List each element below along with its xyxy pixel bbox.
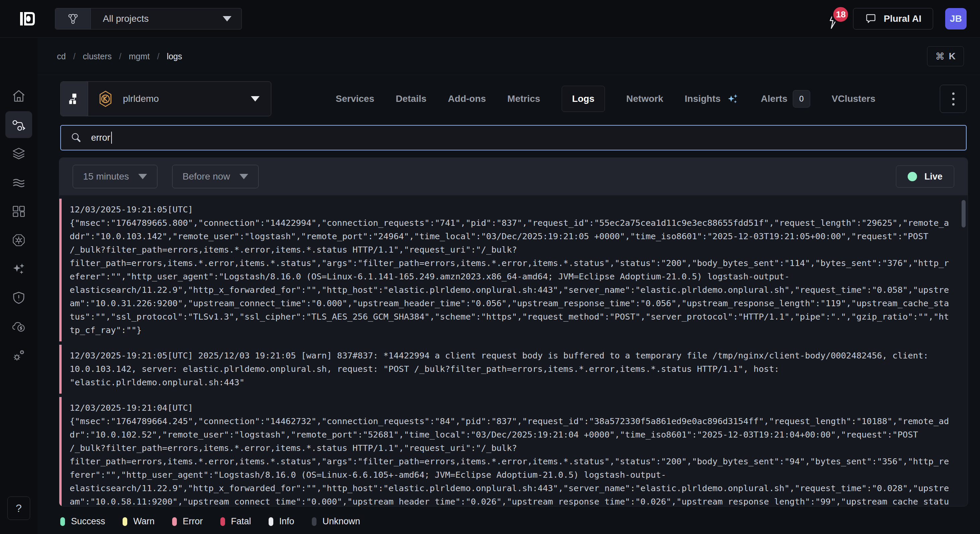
log-timestamp: 12/03/2025-19:21:05[UTC] <box>70 204 193 214</box>
top-bar: All projects 18 Plural AI JB <box>0 0 980 38</box>
success-swatch <box>60 517 65 526</box>
tabs: Services Details Add-ons Metrics Logs Ne… <box>271 86 940 112</box>
tab-vclusters[interactable]: VClusters <box>832 94 875 104</box>
project-selector[interactable]: All projects <box>55 8 242 29</box>
sidebar-item-stacks[interactable] <box>0 139 38 168</box>
sidebar-item-catalog[interactable] <box>0 197 38 226</box>
breadcrumb-logs: logs <box>167 52 182 61</box>
anchor-dropdown[interactable]: Before now <box>172 165 259 188</box>
sidebar-item-ai[interactable] <box>0 255 38 284</box>
chevron-down-icon <box>239 174 248 179</box>
unknown-swatch <box>312 517 317 526</box>
main-content: cd / clusters / mgmt / logs ⌘ K <box>38 38 980 534</box>
log-message: {"msec":"1764789665.800","connection":"1… <box>70 218 949 335</box>
logs-panel: 15 minutes Before now Live 12/03/2025-19… <box>59 158 968 507</box>
chevron-down-icon <box>138 174 147 179</box>
log-filter-row: 15 minutes Before now Live <box>59 158 967 195</box>
live-indicator-dot <box>908 172 917 181</box>
sidebar-item-flows[interactable] <box>0 168 38 197</box>
help-button[interactable]: ? <box>7 496 30 520</box>
log-timestamp: 12/03/2025-19:21:05[UTC] <box>70 351 193 360</box>
search-icon <box>70 132 83 144</box>
log-entry: 12/03/2025-19:21:04[UTC] {"msec":"176478… <box>59 397 967 507</box>
sidebar-item-cd[interactable] <box>0 110 38 139</box>
cluster-distro-icon <box>97 90 114 108</box>
tab-insights[interactable]: Insights <box>685 92 739 105</box>
chevron-down-icon <box>251 96 259 102</box>
project-selector-label: All projects <box>91 13 223 24</box>
cluster-tree-icon <box>60 82 88 116</box>
breadcrumb-row: cd / clusters / mgmt / logs ⌘ K <box>38 38 980 75</box>
legend-error: Error <box>172 516 203 527</box>
avatar[interactable]: JB <box>945 8 967 29</box>
notification-count-badge: 18 <box>832 5 850 24</box>
service-mesh-icon <box>11 233 26 247</box>
tab-metrics[interactable]: Metrics <box>508 94 540 104</box>
log-entry: 12/03/2025-19:21:05[UTC] {"msec":"176478… <box>59 199 967 341</box>
sidebar-item-terminal[interactable] <box>0 527 38 534</box>
cloud-cost-icon <box>11 319 26 334</box>
tab-alerts[interactable]: Alerts 0 <box>761 90 810 108</box>
log-entry: 12/03/2025-19:21:05[UTC] 2025/12/03 19:2… <box>59 345 967 394</box>
legend-info: Info <box>269 516 294 527</box>
more-options-button[interactable] <box>940 85 967 113</box>
breadcrumb-cd[interactable]: cd <box>57 52 66 61</box>
search-value: error <box>91 133 110 143</box>
sidebar-item-mesh[interactable] <box>0 226 38 255</box>
log-viewport[interactable]: 12/03/2025-19:21:05[UTC] {"msec":"176478… <box>59 195 967 507</box>
shield-alert-icon <box>11 290 26 305</box>
cd-pipeline-icon <box>11 117 27 133</box>
sparkles-icon <box>11 261 26 276</box>
gears-icon <box>11 348 26 363</box>
sidebar: ? v0.1... <box>0 38 38 534</box>
log-message: {"msec":"1764789664.245","connection":"1… <box>70 416 949 507</box>
command-palette-shortcut[interactable]: ⌘ K <box>927 46 964 66</box>
live-toggle[interactable]: Live <box>896 166 954 188</box>
insights-sparkles-icon <box>726 92 740 105</box>
legend-success: Success <box>60 516 105 527</box>
plural-logo[interactable] <box>18 10 37 28</box>
stacks-icon <box>11 147 26 161</box>
chevron-down-icon <box>223 16 231 21</box>
cluster-tab-bar: plrldemo Services Details Add-ons Metric… <box>60 81 967 116</box>
notifications-button[interactable]: 18 <box>826 8 841 29</box>
fatal-swatch <box>220 517 225 526</box>
breadcrumb-clusters[interactable]: clusters <box>83 52 111 61</box>
breadcrumb-mgmt[interactable]: mgmt <box>129 52 150 61</box>
cluster-selector-label: plrldemo <box>114 94 251 104</box>
sidebar-item-cost[interactable] <box>0 312 38 341</box>
sidebar-item-settings[interactable] <box>0 341 38 370</box>
log-search-input[interactable]: error <box>60 125 967 150</box>
waves-icon <box>11 175 26 190</box>
log-message: 2025/12/03 19:21:05 [warn] 837#837: *144… <box>70 351 934 387</box>
duration-dropdown[interactable]: 15 minutes <box>73 165 158 188</box>
warn-swatch <box>123 517 127 526</box>
severity-legend: Success Warn Error Fatal Info Unknown <box>60 516 360 527</box>
blocks-icon <box>11 204 26 219</box>
legend-fatal: Fatal <box>220 516 251 527</box>
chat-bubble-icon <box>865 13 877 25</box>
home-icon <box>11 89 26 104</box>
tab-details[interactable]: Details <box>396 94 427 104</box>
error-swatch <box>172 517 177 526</box>
sidebar-item-policies[interactable] <box>0 284 38 312</box>
legend-warn: Warn <box>123 516 155 527</box>
log-timestamp: 12/03/2025-19:21:04[UTC] <box>70 403 193 413</box>
command-key-icon: ⌘ <box>935 51 945 62</box>
kebab-icon <box>952 92 955 105</box>
cluster-selector[interactable]: plrldemo <box>60 81 271 116</box>
alerts-count-badge: 0 <box>793 90 810 108</box>
tab-addons[interactable]: Add-ons <box>448 94 486 104</box>
text-cursor <box>111 132 112 144</box>
tab-network[interactable]: Network <box>626 94 663 104</box>
legend-unknown: Unknown <box>312 516 360 527</box>
tab-services[interactable]: Services <box>336 94 374 104</box>
sidebar-item-home[interactable] <box>0 82 38 110</box>
org-network-icon <box>55 8 91 29</box>
plural-ai-button[interactable]: Plural AI <box>853 8 933 29</box>
tab-logs[interactable]: Logs <box>562 86 605 112</box>
info-swatch <box>269 517 273 526</box>
breadcrumb: cd / clusters / mgmt / logs <box>57 52 182 61</box>
scrollbar-thumb[interactable] <box>962 200 966 228</box>
